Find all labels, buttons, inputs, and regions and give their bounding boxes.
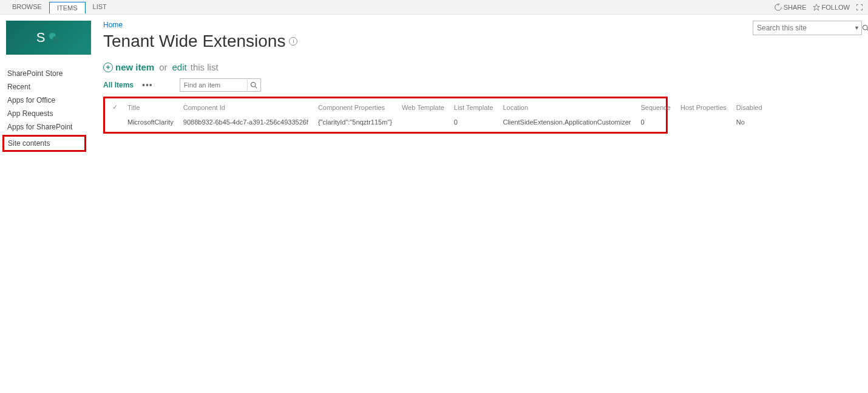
cell-sequence: 0 [636,116,676,128]
focus-icon [856,4,863,11]
plus-icon: + [103,63,113,72]
ribbon-tab-list[interactable]: LIST [86,1,114,13]
cell-component-properties: {"clarityId":"5nqztr115m"} [313,116,397,128]
right-column: ▼ [741,21,862,152]
nav-site-contents-highlight: Site contents [2,135,86,152]
cell-title: MicrosoftClarity [123,116,178,128]
col-web-template[interactable]: Web Template [397,100,449,116]
svg-point-5 [863,26,867,30]
follow-button[interactable]: FOLLOW [813,4,850,11]
col-component-properties[interactable]: Component Properties [313,100,397,116]
main-content: Home Tenant Wide Extensions i + new item… [97,21,741,152]
svg-point-3 [251,83,256,87]
col-component-id[interactable]: Component Id [178,100,313,116]
logo-graphic-icon [47,31,61,44]
find-item-input[interactable] [180,81,247,89]
row-selector[interactable] [107,116,123,128]
col-location[interactable]: Location [498,100,636,116]
view-options-icon[interactable]: ••• [142,80,153,90]
site-search-box: ▼ [753,21,862,35]
focus-button[interactable] [856,4,863,11]
new-item-label: new item [115,62,154,72]
follow-label: FOLLOW [822,4,850,11]
col-sequence[interactable]: Sequence [636,100,676,116]
table-row[interactable]: MicrosoftClarity 9088b932-6b45-4dc7-a391… [107,116,767,128]
search-dropdown-icon[interactable]: ▼ [852,25,862,31]
logo-letter: S [36,30,46,46]
search-icon [862,24,868,32]
site-search-button[interactable] [862,24,868,32]
nav-app-requests[interactable]: App Requests [6,107,97,120]
ribbon-tab-browse[interactable]: BROWSE [5,1,49,13]
search-icon [250,81,257,89]
edit-list-link[interactable]: edit [172,62,187,72]
nav-apps-for-sharepoint[interactable]: Apps for SharePoint [6,120,97,134]
share-label: SHARE [784,4,807,11]
breadcrumb-home[interactable]: Home [103,21,741,29]
svg-point-2 [53,36,59,43]
col-list-template[interactable]: List Template [449,100,498,116]
cell-list-template: 0 [449,116,498,128]
nav-apps-for-office[interactable]: Apps for Office [6,94,97,107]
list-highlight-frame: ✓ Title Component Id Component Propertie… [103,97,668,134]
nav-sharepoint-store[interactable]: SharePoint Store [6,67,97,80]
col-title[interactable]: Title [123,100,178,116]
ribbon-tabs: BROWSE ITEMS LIST [5,1,114,13]
ribbon-bar: BROWSE ITEMS LIST SHARE FOLLOW [0,0,868,15]
nav-site-contents[interactable]: Site contents [8,139,81,148]
svg-line-4 [255,86,257,88]
ribbon-actions: SHARE FOLLOW [775,4,863,11]
view-all-items[interactable]: All Items [103,81,134,89]
this-list-text: this list [191,62,219,72]
page-title-text: Tenant Wide Extensions [103,32,285,51]
star-icon [813,4,820,11]
table-header-row: ✓ Title Component Id Component Propertie… [107,100,767,116]
select-all-header[interactable]: ✓ [107,100,123,116]
site-logo-tile[interactable]: S [6,21,91,55]
cell-location: ClientSideExtension.ApplicationCustomize… [498,116,636,128]
sharepoint-logo-icon: S [36,30,61,46]
list-action-bar: + new item or edit this list [103,62,741,72]
extensions-table: ✓ Title Component Id Component Propertie… [107,100,767,128]
cell-host-properties [676,116,731,128]
page-title: Tenant Wide Extensions i [103,32,741,51]
left-sidebar: S SharePoint Store Recent Apps for Offic… [6,21,97,152]
new-item-button[interactable]: + new item [103,62,154,72]
find-item-search-button[interactable] [247,78,260,92]
share-icon [775,4,782,11]
col-host-properties[interactable]: Host Properties [676,100,731,116]
info-icon[interactable]: i [289,37,297,46]
nav-recent[interactable]: Recent [6,80,97,94]
svg-marker-0 [813,4,819,10]
find-item-box [180,78,261,92]
share-button[interactable]: SHARE [775,4,807,11]
site-search-input[interactable] [753,24,852,32]
cell-web-template [397,116,449,128]
ribbon-tab-items[interactable]: ITEMS [49,2,86,14]
or-text: or [159,62,167,72]
quick-launch-nav: SharePoint Store Recent Apps for Office … [6,67,97,134]
view-selector-row: All Items ••• [103,78,741,92]
cell-component-id: 9088b932-6b45-4dc7-a391-256c4933526f [178,116,313,128]
